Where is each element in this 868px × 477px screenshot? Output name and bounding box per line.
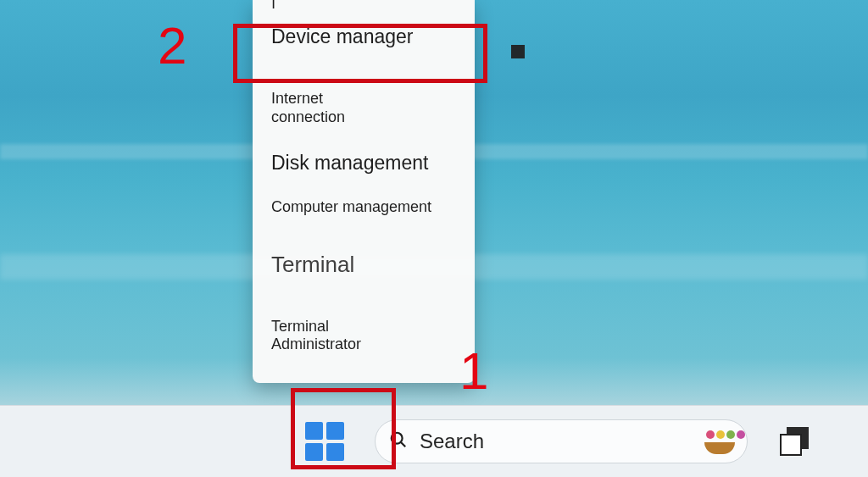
menu-truncated-top: | bbox=[271, 0, 275, 8]
flowers-bowl-icon bbox=[701, 429, 738, 454]
annotation-number-2: 2 bbox=[158, 15, 186, 75]
task-view-button[interactable] bbox=[780, 427, 809, 456]
annotation-number-1: 1 bbox=[459, 341, 488, 401]
annotation-box-2 bbox=[233, 24, 487, 83]
artifact-square-top bbox=[511, 45, 525, 58]
taskbar-search[interactable]: Search bbox=[375, 419, 748, 463]
taskbar: Search bbox=[0, 405, 868, 477]
search-placeholder: Search bbox=[420, 430, 701, 453]
task-view-icon bbox=[780, 434, 802, 456]
menu-item-computer-management[interactable]: Computer management bbox=[253, 186, 475, 228]
desktop-wallpaper: | Device manager Internet connection Dis… bbox=[0, 0, 868, 477]
menu-item-disk-management[interactable]: Disk management bbox=[253, 138, 475, 186]
menu-item-label: Terminal Administrator bbox=[271, 318, 361, 352]
svg-line-1 bbox=[401, 442, 405, 446]
menu-item-terminal-administrator[interactable]: Terminal Administrator bbox=[253, 288, 475, 366]
annotation-box-1 bbox=[291, 388, 396, 469]
menu-item-terminal[interactable]: Terminal bbox=[253, 228, 475, 288]
menu-item-label: Internet connection bbox=[271, 90, 345, 125]
menu-item-label: Computer management bbox=[271, 198, 431, 215]
menu-item-label: Terminal bbox=[271, 252, 354, 277]
menu-item-label: Disk management bbox=[271, 152, 428, 174]
